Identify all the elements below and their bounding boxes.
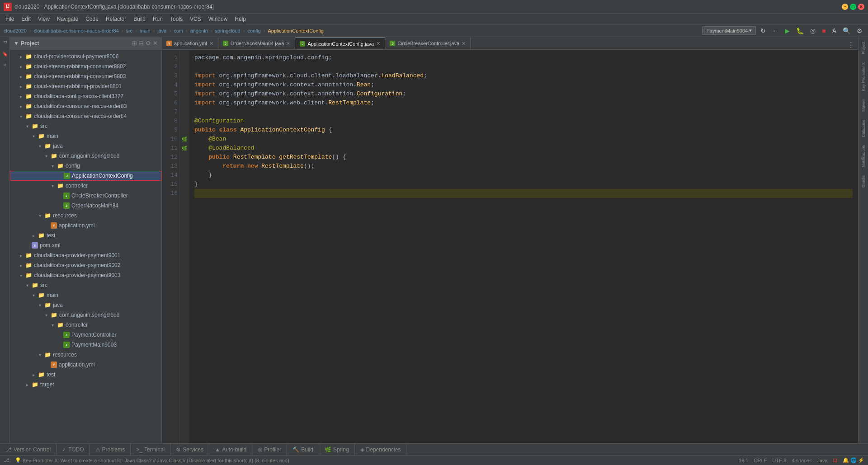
tree-item-21[interactable]: ▸📁cloudalibaba-provider-payment9002 — [10, 260, 161, 270]
tree-item-22[interactable]: ▾📁cloudalibaba-provider-payment9003 — [10, 270, 161, 280]
bottom-tab-dependencies[interactable]: ◈ Dependencies — [355, 444, 407, 455]
breadcrumb-java[interactable]: java — [157, 28, 166, 33]
encoding[interactable]: UTF-8 — [772, 458, 786, 463]
tree-item-8[interactable]: ▾📁main — [10, 131, 161, 141]
breadcrumb-com[interactable]: com — [174, 28, 183, 33]
code-content[interactable]: package com.angenin.springcloud.config; … — [189, 50, 858, 443]
tree-item-32[interactable]: ▸📁test — [10, 370, 161, 380]
right-sidebar-notifications[interactable]: Notifications — [860, 142, 867, 170]
cursor-position[interactable]: 16:1 — [739, 458, 748, 463]
indent-indicator[interactable]: 4 spaces — [792, 458, 811, 463]
bottom-tab-auto-build[interactable]: ▲ Auto-build — [209, 444, 252, 455]
tree-item-14[interactable]: JCircleBreakerController — [10, 191, 161, 201]
menu-run[interactable]: Run — [149, 14, 166, 24]
right-sidebar-project[interactable]: Project — [860, 39, 867, 57]
tab-app-context-close[interactable]: ✕ — [376, 41, 380, 47]
git-status[interactable]: ⎇ — [4, 457, 9, 463]
coverage-icon[interactable]: ◎ — [808, 27, 817, 34]
debug-icon[interactable]: 🐛 — [794, 27, 806, 34]
tree-item-3[interactable]: ▸📁cloud-stream-rabbitmq-provider8801 — [10, 81, 161, 91]
maximize-button[interactable]: □ — [850, 4, 856, 10]
menu-vcs[interactable]: VCS — [186, 14, 205, 24]
menu-file[interactable]: File — [2, 14, 18, 24]
tree-item-33[interactable]: ▸📁target — [10, 380, 161, 390]
breadcrumb-module[interactable]: cloudalibaba-consumer-nacos-order84 — [33, 28, 118, 33]
gutter-bean-icon[interactable]: 🌿 — [180, 135, 189, 144]
tree-item-11[interactable]: ▾📁config — [10, 161, 161, 171]
tab-overflow-menu[interactable]: ⋮ — [844, 41, 858, 49]
window-controls[interactable]: － □ ✕ — [842, 4, 864, 10]
tree-item-7[interactable]: ▾📁src — [10, 121, 161, 131]
tree-item-9[interactable]: ▾📁java — [10, 141, 161, 151]
tree-item-17[interactable]: Yapplication.yml — [10, 221, 161, 230]
menu-tools[interactable]: Tools — [166, 14, 186, 24]
bottom-tab-services[interactable]: ⚙ Services — [170, 444, 209, 455]
tab-application-yml[interactable]: Y application.yml ✕ — [162, 38, 218, 49]
tab-application-yml-close[interactable]: ✕ — [209, 41, 213, 47]
tree-item-20[interactable]: ▸📁cloudalibaba-provider-payment9001 — [10, 250, 161, 260]
breadcrumb-springcloud[interactable]: springcloud — [215, 28, 240, 33]
menu-refactor[interactable]: Refactor — [102, 14, 130, 24]
tree-item-1[interactable]: ▸📁cloud-stream-rabbitmq-consumer8802 — [10, 61, 161, 71]
tree-item-5[interactable]: ▸📁cloudalibaba-consumer-nacos-order83 — [10, 101, 161, 111]
minimize-button[interactable]: － — [842, 4, 848, 10]
tree-item-18[interactable]: ▸📁test — [10, 230, 161, 240]
sidebar-bookmarks-icon[interactable]: 🔖 — [1, 49, 8, 58]
run-config-selector[interactable]: PaymentMain9004 ▾ — [702, 26, 756, 35]
right-sidebar-keypromoter[interactable]: Key Promoter X — [860, 60, 867, 94]
project-close-icon[interactable]: ✕ — [153, 40, 158, 47]
tab-application-context-config[interactable]: J ApplicationContextConfig.java ✕ — [295, 38, 385, 49]
bottom-tab-spring[interactable]: 🌿 Spring — [319, 444, 355, 455]
tab-circle-breaker-close[interactable]: ✕ — [462, 41, 466, 47]
bottom-tab-profiler[interactable]: ◎ Profiler — [252, 444, 287, 455]
menu-edit[interactable]: Edit — [18, 14, 34, 24]
tree-item-0[interactable]: ▸📁cloud-providerconsul-payment8006 — [10, 52, 161, 61]
tree-item-23[interactable]: ▾📁src — [10, 280, 161, 290]
search-icon[interactable]: 🔍 — [841, 27, 852, 34]
tree-item-10[interactable]: ▾📁com.angenin.springcloud — [10, 151, 161, 161]
tree-item-26[interactable]: ▾📁com.angenin.springcloud — [10, 310, 161, 320]
tree-item-15[interactable]: JOrderNacosMain84 — [10, 201, 161, 211]
tree-item-29[interactable]: JPaymentMain9003 — [10, 340, 161, 350]
tree-item-19[interactable]: Xpom.xml — [10, 240, 161, 250]
tree-item-25[interactable]: ▾📁java — [10, 300, 161, 310]
menu-help[interactable]: Help — [231, 14, 250, 24]
tree-item-12[interactable]: JApplicationContextConfig — [10, 171, 161, 181]
menu-window[interactable]: Window — [205, 14, 231, 24]
translate-icon[interactable]: A — [830, 27, 838, 34]
tree-item-6[interactable]: ▾📁cloudalibaba-consumer-nacos-order84 — [10, 111, 161, 121]
menu-view[interactable]: View — [34, 14, 53, 24]
project-settings-icon[interactable]: ⚙ — [146, 40, 151, 47]
settings-icon[interactable]: ⚙ — [855, 27, 864, 34]
line-ending[interactable]: CRLF — [754, 458, 767, 463]
stop-icon[interactable]: ■ — [820, 27, 827, 34]
run-icon[interactable]: ▶ — [783, 27, 792, 34]
breadcrumb-angenin[interactable]: angenin — [190, 28, 208, 33]
tab-circle-breaker[interactable]: J CircleBreakerController.java ✕ — [385, 38, 471, 49]
right-sidebar-database[interactable]: Database — [860, 117, 867, 140]
tree-item-2[interactable]: ▸📁cloud-stream-rabbitmq-consumer8803 — [10, 71, 161, 81]
sidebar-project-icon[interactable]: P — [1, 39, 8, 46]
breadcrumb-src[interactable]: src — [126, 28, 132, 33]
sidebar-structure-icon[interactable]: ≡ — [1, 62, 8, 68]
bottom-tab-problems[interactable]: ⚠ Problems — [90, 444, 131, 455]
bottom-tab-version-control[interactable]: ⎇ Version Control — [0, 444, 57, 455]
tree-item-24[interactable]: ▾📁main — [10, 290, 161, 300]
collapse-all-icon[interactable]: ⊟ — [139, 40, 144, 47]
tree-item-28[interactable]: JPaymentController — [10, 330, 161, 340]
bottom-tab-terminal[interactable]: >_ Terminal — [131, 444, 170, 455]
tree-item-13[interactable]: ▾📁controller — [10, 181, 161, 191]
breadcrumb-main[interactable]: main — [140, 28, 151, 33]
tree-item-27[interactable]: ▾📁controller — [10, 320, 161, 330]
tree-item-31[interactable]: Yapplication.yml — [10, 360, 161, 370]
refresh-icon[interactable]: ↻ — [759, 27, 768, 34]
tree-item-16[interactable]: ▾📁resources — [10, 211, 161, 221]
breadcrumb-class[interactable]: ApplicationContextConfig — [268, 28, 324, 33]
bottom-tab-todo[interactable]: ✓ TODO — [57, 444, 90, 455]
menu-navigate[interactable]: Navigate — [53, 14, 82, 24]
gutter-loadbalanced-icon[interactable]: 🌿 — [180, 144, 189, 153]
right-sidebar-gradle[interactable]: Gradle — [860, 173, 867, 190]
expand-all-icon[interactable]: ⊞ — [132, 40, 137, 47]
breadcrumb-cloud2020[interactable]: cloud2020 — [4, 28, 27, 33]
menu-build[interactable]: Build — [130, 14, 149, 24]
